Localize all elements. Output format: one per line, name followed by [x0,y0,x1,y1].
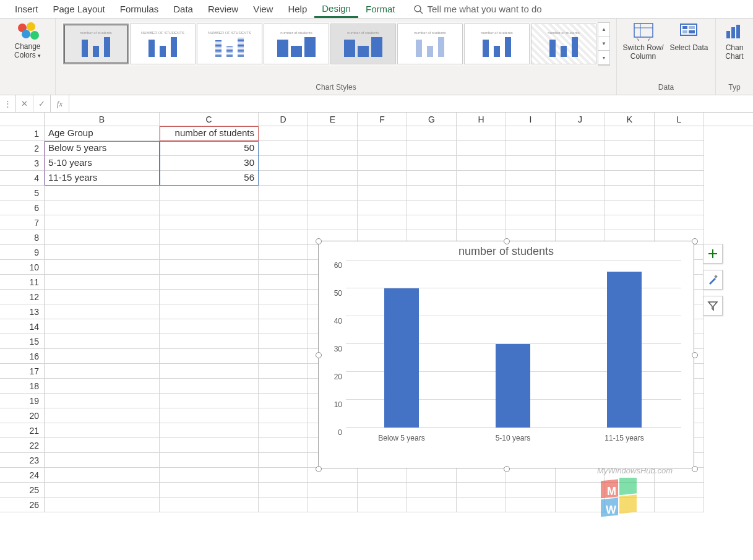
cell-H1[interactable] [457,126,506,141]
cell-D24[interactable] [259,468,308,483]
col-header-D[interactable]: D [259,113,308,126]
cell-J7[interactable] [556,215,605,230]
formula-input[interactable] [69,95,753,112]
cell-G25[interactable] [407,483,457,498]
cell-B15[interactable] [45,334,160,349]
cell-B21[interactable] [45,423,160,438]
chart-style-6[interactable]: number of students [397,24,463,64]
cell-D2[interactable] [259,141,308,156]
cell-D4[interactable] [259,171,308,186]
chart-style-5[interactable]: number of students [330,24,396,64]
cell-K3[interactable] [605,156,655,171]
cell-E4[interactable] [308,171,358,186]
cell-C16[interactable] [160,349,259,364]
cell-B18[interactable] [45,379,160,394]
cell-D22[interactable] [259,438,308,453]
cell-C10[interactable] [160,260,259,275]
gallery-up[interactable]: ▲ [598,23,609,37]
cell-B9[interactable] [45,245,160,260]
chart-resize-handle[interactable] [692,238,698,244]
tab-data[interactable]: Data [166,1,200,17]
row-header-15[interactable]: 15 [0,334,45,349]
cell-C23[interactable] [160,453,259,468]
col-header-G[interactable]: G [407,113,457,126]
cell-I25[interactable] [506,483,556,498]
cell-B1[interactable]: Age Group [45,126,160,141]
row-header-25[interactable]: 25 [0,483,45,498]
cell-E5[interactable] [308,186,358,200]
cell-E2[interactable] [308,141,358,156]
tell-me[interactable]: Tell me what you want to do [413,4,541,14]
cell-B23[interactable] [45,453,160,468]
cell-C21[interactable] [160,423,259,438]
cell-H4[interactable] [457,171,506,186]
cell-K4[interactable] [605,171,655,186]
cell-B6[interactable] [45,200,160,215]
cell-F7[interactable] [358,215,407,230]
row-header-9[interactable]: 9 [0,245,45,260]
cell-L7[interactable] [655,215,704,230]
cell-B22[interactable] [45,438,160,453]
cell-F6[interactable] [358,200,407,215]
row-header-19[interactable]: 19 [0,394,45,408]
cell-K2[interactable] [605,141,655,156]
tab-format[interactable]: Format [358,1,403,17]
col-header-H[interactable]: H [457,113,506,126]
cell-C6[interactable] [160,200,259,215]
cell-B11[interactable] [45,275,160,290]
cell-I6[interactable] [506,200,556,215]
cell-K1[interactable] [605,126,655,141]
cell-D14[interactable] [259,319,308,334]
cell-B12[interactable] [45,290,160,304]
cell-C4[interactable]: 56 [160,171,259,186]
row-header-23[interactable]: 23 [0,453,45,468]
chart-style-7[interactable]: number of students [464,24,530,64]
cell-D11[interactable] [259,275,308,290]
cell-D16[interactable] [259,349,308,364]
cell-H24[interactable] [457,468,506,483]
row-header-5[interactable]: 5 [0,186,45,200]
cell-C3[interactable]: 30 [160,156,259,171]
cell-E3[interactable] [308,156,358,171]
chart-resize-handle[interactable] [316,238,322,244]
chart-resize-handle[interactable] [504,238,510,244]
cell-I24[interactable] [506,468,556,483]
col-header-J[interactable]: J [556,113,605,126]
cell-B4[interactable]: 11-15 years [45,171,160,186]
cell-B14[interactable] [45,319,160,334]
cell-C20[interactable] [160,408,259,423]
cell-H2[interactable] [457,141,506,156]
chart-style-4[interactable]: number of students [264,24,329,64]
chart-style-3[interactable]: NUMBER OF STUDENTS [197,24,262,64]
row-header-3[interactable]: 3 [0,156,45,171]
cell-B5[interactable] [45,186,160,200]
cell-J1[interactable] [556,126,605,141]
cell-K6[interactable] [605,200,655,215]
cell-B17[interactable] [45,364,160,379]
cell-D6[interactable] [259,200,308,215]
cell-D17[interactable] [259,364,308,379]
cell-B19[interactable] [45,394,160,408]
cell-D21[interactable] [259,423,308,438]
cell-D13[interactable] [259,304,308,319]
cell-F25[interactable] [358,483,407,498]
cell-G24[interactable] [407,468,457,483]
cell-C11[interactable] [160,275,259,290]
cell-J2[interactable] [556,141,605,156]
chart-bar[interactable] [384,288,419,428]
cell-F2[interactable] [358,141,407,156]
cell-L6[interactable] [655,200,704,215]
row-header-21[interactable]: 21 [0,423,45,438]
row-header-4[interactable]: 4 [0,171,45,186]
tab-help[interactable]: Help [280,1,314,17]
cell-D7[interactable] [259,215,308,230]
row-header-2[interactable]: 2 [0,141,45,156]
cell-I1[interactable] [506,126,556,141]
cell-H26[interactable] [457,498,506,512]
cell-B3[interactable]: 5-10 years [45,156,160,171]
cell-I5[interactable] [506,186,556,200]
cell-D25[interactable] [259,483,308,498]
cell-C13[interactable] [160,304,259,319]
cell-B16[interactable] [45,349,160,364]
tab-review[interactable]: Review [200,1,246,17]
